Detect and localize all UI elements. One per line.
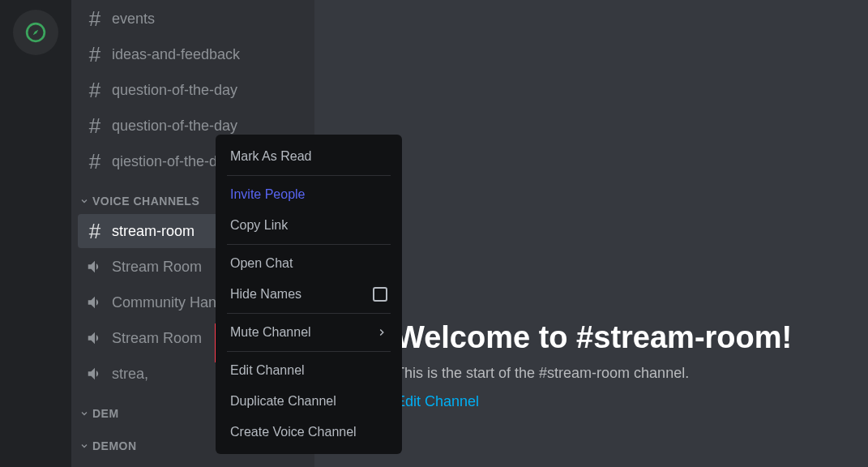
channel-label: question-of-the-day (112, 118, 237, 135)
chevron-down-icon (79, 441, 89, 451)
menu-divider (227, 313, 391, 314)
menu-label: Invite People (230, 187, 306, 202)
menu-edit-channel[interactable]: Edit Channel (222, 355, 396, 386)
server-bar (0, 0, 71, 467)
speaker-icon (86, 365, 104, 383)
hash-icon: # (86, 149, 104, 174)
speaker-icon (86, 258, 104, 276)
text-channel-item[interactable]: # question-of-the-day (78, 73, 308, 107)
channel-context-menu: Mark As Read Invite People Copy Link Ope… (216, 135, 402, 454)
menu-create-voice-channel[interactable]: Create Voice Channel (222, 417, 396, 448)
chevron-down-icon (79, 196, 89, 206)
menu-label: Open Chat (230, 256, 293, 271)
menu-label: Edit Channel (230, 363, 305, 378)
menu-label: Hide Names (230, 287, 301, 302)
checkbox-icon (373, 287, 387, 302)
menu-duplicate-channel[interactable]: Duplicate Channel (222, 386, 396, 417)
menu-mute-channel[interactable]: Mute Channel (222, 317, 396, 348)
menu-label: Copy Link (230, 218, 288, 233)
channel-label: qiestion-of-the-day (112, 153, 233, 170)
channel-label: events (112, 11, 155, 28)
edit-channel-link[interactable]: Edit Channel (396, 393, 852, 410)
menu-divider (227, 244, 391, 245)
chevron-right-icon (376, 327, 387, 338)
welcome-block: Welcome to #stream-room! This is the sta… (396, 320, 852, 410)
hash-icon: # (86, 78, 104, 103)
hash-icon: # (86, 219, 104, 244)
category-label: DEMON (92, 439, 137, 452)
menu-open-chat[interactable]: Open Chat (222, 248, 396, 279)
category-label: VOICE CHANNELS (92, 195, 199, 208)
menu-divider (227, 175, 391, 176)
category-label: DEM (92, 407, 119, 420)
menu-label: Duplicate Channel (230, 394, 336, 409)
channel-label: stream-room (112, 223, 195, 240)
chevron-down-icon (79, 409, 89, 418)
channel-label: question-of-the-day (112, 82, 237, 99)
menu-divider (227, 351, 391, 352)
welcome-subtitle: This is the start of the #stream-room ch… (396, 365, 852, 382)
channel-label: ideas-and-feedback (112, 46, 240, 63)
hash-icon: # (86, 114, 104, 139)
menu-mark-as-read[interactable]: Mark As Read (222, 141, 396, 172)
menu-label: Mark As Read (230, 149, 311, 164)
menu-copy-link[interactable]: Copy Link (222, 210, 396, 241)
menu-label: Mute Channel (230, 325, 311, 340)
channel-label: strea, (112, 366, 148, 383)
speaker-icon (86, 293, 104, 311)
hash-icon: # (86, 42, 104, 67)
welcome-title: Welcome to #stream-room! (396, 320, 852, 355)
menu-hide-names[interactable]: Hide Names (222, 279, 396, 310)
channel-label: Stream Room (112, 330, 202, 347)
hash-icon: # (86, 6, 104, 32)
text-channel-item[interactable]: # events (78, 2, 308, 36)
menu-invite-people[interactable]: Invite People (222, 179, 396, 210)
menu-label: Create Voice Channel (230, 425, 357, 439)
explore-server-icon[interactable] (13, 10, 58, 55)
compass-icon (25, 22, 46, 43)
speaker-icon (86, 329, 104, 347)
channel-label: Stream Room (112, 259, 202, 276)
text-channel-item[interactable]: # ideas-and-feedback (78, 37, 308, 71)
